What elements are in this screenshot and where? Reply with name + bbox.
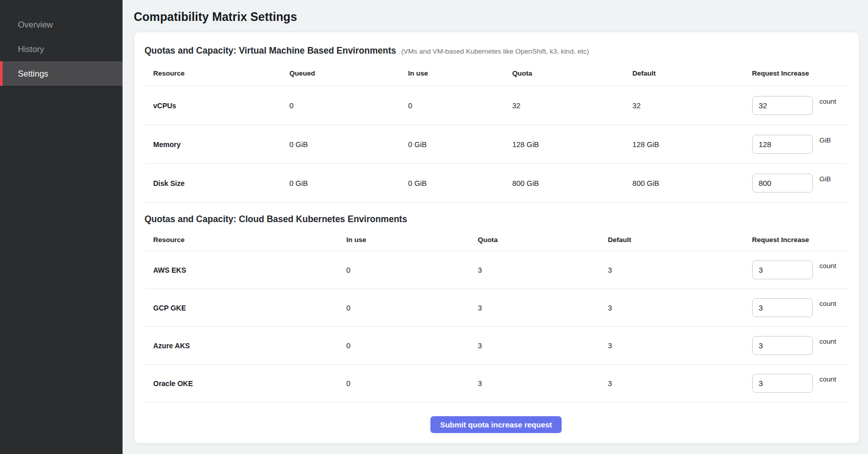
unit-label: GiB xyxy=(819,175,831,183)
vcpus-request-input[interactable] xyxy=(752,96,813,115)
sidebar: Overview History Settings xyxy=(0,0,123,454)
queued-value: 0 GiB xyxy=(290,179,408,187)
column-header-resource: Resource xyxy=(144,236,346,244)
in-use-value: 0 xyxy=(408,102,512,110)
settings-card: Quotas and Capacity: Virtual Machine Bas… xyxy=(134,32,859,444)
default-value: 3 xyxy=(608,342,752,350)
column-header-quota: Quota xyxy=(478,236,608,244)
default-value: 3 xyxy=(608,304,752,312)
oracle-oke-request-input[interactable] xyxy=(752,374,813,393)
disk-size-request-input[interactable] xyxy=(752,174,813,193)
unit-label: count xyxy=(819,338,836,345)
column-header-request-increase: Request Increase xyxy=(752,69,848,77)
cloud-quota-table: Resource In use Quota Default Request In… xyxy=(144,233,848,402)
request-increase-cell: count xyxy=(752,260,848,279)
section-cloud-kubernetes: Quotas and Capacity: Cloud Based Kuberne… xyxy=(144,203,848,402)
queued-value: 0 GiB xyxy=(290,140,408,149)
table-row-memory: Memory 0 GiB 0 GiB 128 GiB 128 GiB GiB xyxy=(144,125,848,164)
vm-quota-table: Resource Queued In use Quota Default Req… xyxy=(144,64,848,203)
sidebar-item-label: Settings xyxy=(18,69,49,79)
column-header-queued: Queued xyxy=(290,69,408,77)
table-row-oracle-oke: Oracle OKE 0 3 3 count xyxy=(144,365,848,402)
resource-name: Azure AKS xyxy=(144,342,346,350)
sidebar-item-label: History xyxy=(18,44,44,54)
default-value: 800 GiB xyxy=(633,179,752,187)
resource-name: Oracle OKE xyxy=(144,379,346,388)
default-value: 32 xyxy=(633,102,752,110)
in-use-value: 0 xyxy=(346,342,477,350)
column-header-resource: Resource xyxy=(144,69,290,77)
quota-value: 32 xyxy=(512,102,632,110)
quota-value: 800 GiB xyxy=(512,179,632,187)
table-row-gcp-gke: GCP GKE 0 3 3 count xyxy=(144,289,848,327)
unit-label: count xyxy=(819,300,836,307)
request-increase-cell: GiB xyxy=(752,135,848,154)
request-increase-cell: count xyxy=(752,96,848,115)
resource-name: GCP GKE xyxy=(144,304,346,312)
in-use-value: 0 GiB xyxy=(408,179,512,187)
request-increase-cell: count xyxy=(752,298,848,317)
table-row-vcpus: vCPUs 0 0 32 32 count xyxy=(144,86,848,125)
default-value: 3 xyxy=(608,379,752,388)
memory-request-input[interactable] xyxy=(752,135,813,154)
in-use-value: 0 xyxy=(346,304,477,312)
section-title: Quotas and Capacity: Virtual Machine Bas… xyxy=(144,45,396,56)
main-content: Compatibility Matrix Settings Quotas and… xyxy=(123,0,868,454)
sidebar-item-label: Overview xyxy=(18,20,53,30)
unit-label: GiB xyxy=(819,136,831,144)
gcp-gke-request-input[interactable] xyxy=(752,298,813,317)
resource-name: vCPUs xyxy=(144,102,290,110)
table-row-azure-aks: Azure AKS 0 3 3 count xyxy=(144,327,848,365)
request-increase-cell: count xyxy=(752,336,848,355)
column-header-in-use: In use xyxy=(408,69,512,77)
section-header: Quotas and Capacity: Virtual Machine Bas… xyxy=(144,43,848,64)
quota-value: 128 GiB xyxy=(512,140,632,149)
request-increase-cell: count xyxy=(752,374,848,393)
aws-eks-request-input[interactable] xyxy=(752,260,813,279)
unit-label: count xyxy=(819,262,836,270)
sidebar-item-history[interactable]: History xyxy=(0,37,123,61)
request-increase-cell: GiB xyxy=(752,174,848,193)
table-header-row: Resource Queued In use Quota Default Req… xyxy=(144,64,848,86)
table-row-aws-eks: AWS EKS 0 3 3 count xyxy=(144,251,848,289)
card-footer: Submit quota increase request xyxy=(144,402,848,433)
section-subtitle: (VMs and VM-based Kubernetes like OpenSh… xyxy=(401,47,589,55)
page-title: Compatibility Matrix Settings xyxy=(134,10,859,24)
column-header-default: Default xyxy=(608,236,752,244)
azure-aks-request-input[interactable] xyxy=(752,336,813,355)
quota-value: 3 xyxy=(478,304,608,312)
section-title: Quotas and Capacity: Cloud Based Kuberne… xyxy=(144,214,407,225)
default-value: 3 xyxy=(608,266,752,274)
resource-name: Disk Size xyxy=(144,179,290,187)
quota-value: 3 xyxy=(478,379,608,388)
app-window: Overview History Settings Compatibility … xyxy=(0,0,868,454)
resource-name: Memory xyxy=(144,140,290,149)
in-use-value: 0 GiB xyxy=(408,140,512,149)
in-use-value: 0 xyxy=(346,379,477,388)
sidebar-item-overview[interactable]: Overview xyxy=(0,12,123,37)
column-header-quota: Quota xyxy=(512,69,632,77)
unit-label: count xyxy=(819,375,836,383)
default-value: 128 GiB xyxy=(633,140,752,149)
column-header-in-use: In use xyxy=(346,236,477,244)
sidebar-item-settings[interactable]: Settings xyxy=(0,61,123,86)
column-header-default: Default xyxy=(633,69,752,77)
unit-label: count xyxy=(819,98,836,105)
column-header-request-increase: Request Increase xyxy=(752,236,848,244)
section-vm-environments: Quotas and Capacity: Virtual Machine Bas… xyxy=(144,43,848,203)
submit-quota-increase-button[interactable]: Submit quota increase request xyxy=(430,416,562,433)
section-header: Quotas and Capacity: Cloud Based Kuberne… xyxy=(144,212,848,233)
quota-value: 3 xyxy=(478,266,608,274)
in-use-value: 0 xyxy=(346,266,477,274)
quota-value: 3 xyxy=(478,342,608,350)
queued-value: 0 xyxy=(290,102,408,110)
table-row-disk-size: Disk Size 0 GiB 0 GiB 800 GiB 800 GiB Gi… xyxy=(144,164,848,203)
table-header-row: Resource In use Quota Default Request In… xyxy=(144,233,848,251)
resource-name: AWS EKS xyxy=(144,266,346,274)
